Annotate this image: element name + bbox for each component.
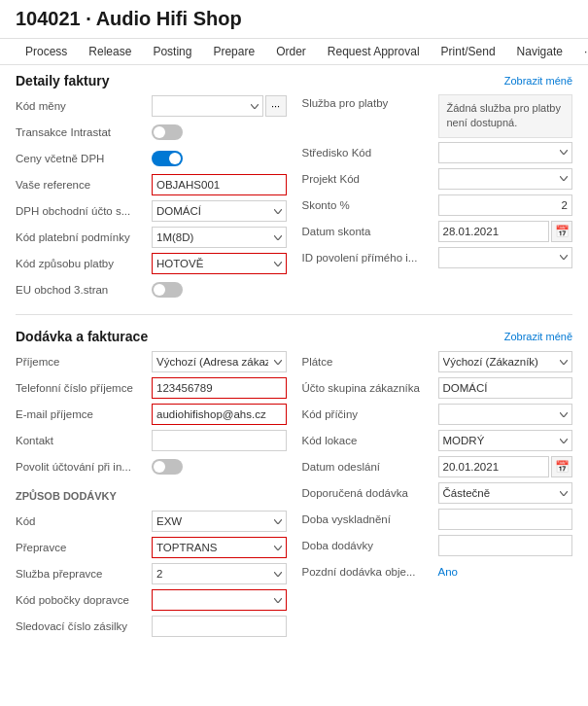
value-prijemce: Výchozí (Adresa zákazníka): [152, 351, 287, 372]
field-kod-lokace: Kód lokace MODRÝ: [302, 429, 573, 452]
value-platce: Výchozí (Zákazník): [438, 351, 573, 372]
nav-more[interactable]: ···: [574, 39, 588, 64]
section-dodavka-fakturace: Dodávka a fakturace Zobrazit méně Příjem…: [0, 321, 588, 645]
field-sluzba-prepravce: Služba přepravce 2: [16, 562, 287, 585]
select-kod-pobocky-dopravce[interactable]: [152, 589, 287, 611]
datum-skonta-calendar-icon[interactable]: 📅: [551, 221, 572, 242]
value-sledovaci-cislo: [152, 616, 287, 637]
input-doba-vyskladneni[interactable]: [438, 509, 573, 530]
select-prepravce[interactable]: TOPTRANS: [152, 537, 287, 558]
label-datum-odeslani: Datum odeslání: [302, 461, 438, 473]
section-detaily-faktury: Detaily faktury Zobrazit méně Kód měny ·…: [0, 65, 588, 308]
label-id-povoleni: ID povolení přímého i...: [302, 252, 438, 264]
select-stredisko-kod[interactable]: [438, 142, 573, 163]
select-platce[interactable]: Výchozí (Zákazník): [438, 351, 573, 372]
select-kod-priciny[interactable]: [438, 404, 573, 425]
input-sledovaci-cislo[interactable]: [152, 616, 287, 637]
value-kod-pobocky-dopravce: [152, 589, 287, 611]
value-datum-odeslani: 📅: [438, 456, 573, 477]
value-projekt-kod: [438, 168, 573, 190]
label-kod-lokace: Kód lokace: [302, 435, 438, 446]
section2-content: Příjemce Výchozí (Adresa zákazníka) Tele…: [16, 350, 572, 641]
nav-order[interactable]: Order: [266, 39, 316, 64]
value-datum-skonta: 📅: [438, 221, 573, 242]
input-email-prijemce[interactable]: [152, 404, 287, 425]
section1-right: Služba pro platby Žádná služba pro platb…: [302, 94, 573, 304]
field-skonto-pct: Skonto %: [302, 194, 573, 217]
section2-title: Dodávka a fakturace: [16, 329, 148, 344]
value-kod-dodavky: EXW: [152, 511, 287, 532]
field-prepravce: Přepravce TOPTRANS: [16, 536, 287, 559]
datum-odeslani-date-wrap: 📅: [438, 456, 573, 477]
value-ucto-skupina-zakaznika: [438, 377, 573, 399]
value-skonto-pct: [438, 194, 573, 216]
select-prijemce[interactable]: Výchozí (Adresa zákazníka): [152, 351, 287, 372]
value-doba-dodavky: [438, 535, 573, 556]
select-kod-dodavky[interactable]: EXW: [152, 511, 287, 532]
nav-process[interactable]: Process: [16, 39, 77, 64]
section2-show-less[interactable]: Zobrazit méně: [504, 331, 572, 342]
field-doba-vyskladneni: Doba vyskladnění: [302, 508, 573, 531]
field-kod-platebni-podminky: Kód platební podmínky 1M(8D): [16, 226, 287, 249]
select-dph-obchodni-ucto[interactable]: DOMÁCÍ: [152, 200, 287, 222]
label-pozdni-dodavka: Pozdní dodávka obje...: [302, 566, 438, 578]
select-sluzba-prepravce[interactable]: 2: [152, 563, 287, 584]
section1-show-less[interactable]: Zobrazit méně: [504, 75, 572, 87]
datum-odeslani-calendar-icon[interactable]: 📅: [551, 456, 572, 477]
section1-header: Detaily faktury Zobrazit méně: [16, 73, 572, 88]
toggle-ceny-vcetne-dph[interactable]: [152, 151, 183, 166]
section1-content: Kód měny ··· Transakce Intrastat Ceny vč…: [16, 94, 572, 304]
input-datum-skonta[interactable]: [438, 221, 550, 242]
kod-meny-ellipsis-btn[interactable]: ···: [265, 95, 287, 117]
label-eu-obchod-3stran: EU obchod 3.stran: [16, 284, 152, 296]
toggle-transakce-intrastat[interactable]: [152, 124, 183, 140]
input-kontakt[interactable]: [152, 430, 287, 451]
field-platce: Plátce Výchozí (Zákazník): [302, 350, 573, 373]
label-doba-vyskladneni: Doba vyskladnění: [302, 513, 438, 525]
label-email-prijemce: E-mail příjemce: [16, 408, 152, 420]
field-pozdni-dodavka: Pozdní dodávka obje... Ano: [302, 560, 573, 583]
value-kod-priciny: [438, 404, 573, 425]
toggle-eu-obchod-3stran[interactable]: [152, 282, 183, 298]
value-povolit-uctovani: [152, 459, 287, 475]
field-kod-dodavky: Kód EXW: [16, 510, 287, 533]
toggle-povolit-uctovani[interactable]: [152, 459, 183, 475]
label-vase-reference: Vaše reference: [16, 179, 152, 191]
label-kod-pobocky-dopravce: Kód pobočky dopravce: [16, 594, 152, 606]
service-box-platby: Žádná služba pro platby není dostupná.: [438, 94, 573, 138]
field-eu-obchod-3stran: EU obchod 3.stran: [16, 278, 287, 301]
nav-prepare[interactable]: Prepare: [203, 39, 264, 64]
select-id-povoleni[interactable]: [438, 247, 573, 268]
label-povolit-uctovani: Povolit účtování při in...: [16, 461, 152, 473]
select-kod-platebni-podminky[interactable]: 1M(8D): [152, 227, 287, 248]
value-prepravce: TOPTRANS: [152, 537, 287, 558]
select-kod-lokace[interactable]: MODRÝ: [438, 430, 573, 451]
section1-title: Detaily faktury: [16, 73, 109, 88]
input-vase-reference[interactable]: [152, 174, 287, 195]
label-sledovaci-cislo: Sledovací číslo zásilky: [16, 620, 152, 632]
input-skonto-pct[interactable]: [438, 194, 573, 216]
input-datum-odeslani[interactable]: [438, 456, 550, 477]
input-doba-dodavky[interactable]: [438, 535, 573, 556]
nav-posting[interactable]: Posting: [143, 39, 201, 64]
field-kod-pobocky-dopravce: Kód pobočky dopravce: [16, 588, 287, 612]
label-prepravce: Přepravce: [16, 542, 152, 553]
select-kod-zpusobu-platby[interactable]: HOTOVĚ: [152, 253, 287, 274]
value-sluzba-pro-platby: Žádná služba pro platby není dostupná.: [438, 94, 573, 138]
field-email-prijemce: E-mail příjemce: [16, 403, 287, 426]
select-doporucena-dodavka[interactable]: Částečně: [438, 482, 573, 504]
page-title: 104021 · Audio Hifi Shop: [16, 8, 572, 30]
field-prijemce: Příjemce Výchozí (Adresa zákazníka): [16, 350, 287, 373]
label-projekt-kod: Projekt Kód: [302, 173, 438, 185]
nav-release[interactable]: Release: [79, 39, 141, 64]
field-kod-priciny: Kód příčiny: [302, 403, 573, 426]
select-projekt-kod[interactable]: [438, 168, 573, 190]
nav-navigate[interactable]: Navigate: [507, 39, 572, 64]
label-doba-dodavky: Doba dodávky: [302, 540, 438, 551]
nav-print-send[interactable]: Print/Send: [432, 39, 505, 64]
kod-meny-select[interactable]: [152, 95, 263, 117]
input-ucto-skupina-zakaznika[interactable]: [438, 377, 573, 399]
input-telefon-prijemce[interactable]: [152, 377, 287, 399]
nav-request-approval[interactable]: Request Approval: [318, 39, 430, 64]
label-kod-meny: Kód měny: [16, 100, 152, 112]
